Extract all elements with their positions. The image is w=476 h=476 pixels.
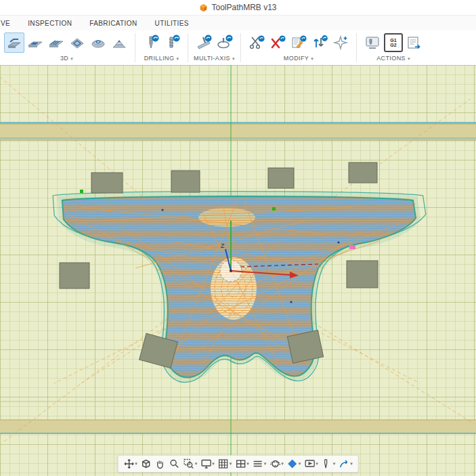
workspace-tabbar: VE INSPECTION FABRICATION UTILITIES <box>0 16 476 30</box>
adaptive-clearing-icon[interactable] <box>4 33 24 53</box>
axis-z-label: Z <box>221 242 225 249</box>
toolbar-separator <box>356 33 357 62</box>
delete-toolpath-icon[interactable] <box>267 33 288 53</box>
drill-icon[interactable] <box>141 33 161 53</box>
toolbar-separator <box>188 33 188 62</box>
dropdown-caret <box>281 461 284 467</box>
group-3d: 3D <box>0 30 133 65</box>
isolate-diamond-icon[interactable] <box>286 457 303 471</box>
scene-canvas[interactable]: Z <box>0 65 476 476</box>
group-label-drilling[interactable]: DRILLING <box>141 55 182 62</box>
dropdown-caret <box>135 461 137 467</box>
tab-fabrication[interactable]: FABRICATION <box>81 17 146 30</box>
zoom-icon[interactable] <box>168 457 181 471</box>
dropdown-caret <box>316 461 318 467</box>
group-multi-axis: MULTI-AXIS <box>190 30 239 65</box>
dropdown-caret <box>299 461 301 467</box>
share-arrow-icon[interactable] <box>337 457 354 471</box>
dropdown-caret <box>230 461 232 467</box>
3d-viewport[interactable]: Z <box>0 65 476 476</box>
app-cube-icon <box>199 3 208 12</box>
dropdown-caret <box>212 461 215 467</box>
reorder-icon[interactable] <box>309 33 330 53</box>
document-title: ToolPathMRB v13 <box>211 3 276 12</box>
morphed-spiral-icon[interactable] <box>88 33 108 53</box>
thread-mill-icon[interactable] <box>162 33 182 53</box>
navigation-dock <box>117 455 359 473</box>
group-label-actions[interactable]: ACTIONS <box>362 55 425 62</box>
ramp-icon[interactable] <box>109 33 129 53</box>
pan-hand-icon[interactable] <box>154 457 167 471</box>
group-modify: MODIFY <box>242 30 355 65</box>
group-label-multi-axis[interactable]: MULTI-AXIS <box>194 55 235 62</box>
toolbar-separator <box>240 33 241 62</box>
grid-settings-icon[interactable] <box>217 457 234 471</box>
dropdown-caret <box>264 461 267 467</box>
group-label-modify[interactable]: MODIFY <box>246 55 351 62</box>
g1-text: G1 <box>390 38 396 43</box>
tab-utilities[interactable]: UTILITIES <box>146 17 198 30</box>
contour-icon[interactable] <box>67 33 87 53</box>
pocket-clearing-icon[interactable] <box>25 33 45 53</box>
tab-additive[interactable]: VE <box>0 17 19 30</box>
toolbar-separator <box>135 33 135 62</box>
zoom-window-icon[interactable] <box>182 457 199 471</box>
ribbon-toolbar: 3D <box>0 30 476 66</box>
trim-icon[interactable] <box>246 33 267 53</box>
edit-feed-icon[interactable] <box>288 33 309 53</box>
g2-text: G2 <box>390 43 396 47</box>
dropdown-caret <box>246 461 249 467</box>
orbit-icon[interactable] <box>268 457 285 471</box>
machining-extension-icon[interactable] <box>330 33 351 53</box>
browser-list-icon[interactable] <box>251 457 268 471</box>
dropdown-caret <box>333 461 336 467</box>
rotary-icon[interactable] <box>215 33 235 53</box>
tab-inspection[interactable]: INSPECTION <box>19 17 81 30</box>
stock-band-bottom <box>0 402 476 433</box>
group-actions: G1 G2 ACTIONS <box>358 30 429 65</box>
stock-box-icon[interactable] <box>139 457 153 471</box>
dropdown-caret <box>350 461 353 467</box>
parallel-icon[interactable] <box>46 33 66 53</box>
dropdown-caret <box>195 461 198 467</box>
g1g2-box: G1 G2 <box>384 33 403 52</box>
display-settings-icon[interactable] <box>199 457 216 471</box>
post-process-icon[interactable] <box>404 33 425 53</box>
g1g2-nc-icon[interactable]: G1 G2 <box>383 33 404 53</box>
simulate-icon[interactable] <box>362 33 383 53</box>
group-drilling: DRILLING <box>137 30 186 65</box>
app-header: ToolPathMRB v13 <box>0 0 476 16</box>
pan-mode-icon[interactable] <box>122 457 139 471</box>
swarf-icon[interactable] <box>194 33 214 53</box>
tool-icon[interactable] <box>320 457 337 471</box>
group-label-3d[interactable]: 3D <box>4 55 129 62</box>
viewport-layout-icon[interactable] <box>234 457 251 471</box>
screen-icon[interactable] <box>303 457 320 471</box>
